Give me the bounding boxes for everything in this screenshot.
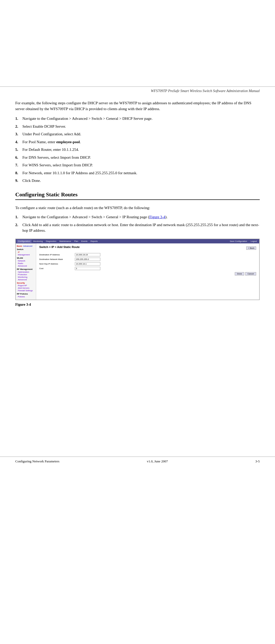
sidebar-advanced2-link[interactable]: Advanced <box>17 279 35 281</box>
cancel-button[interactable]: Cancel <box>245 272 256 275</box>
step-text: Select Enable DCHP Server. <box>22 124 260 129</box>
dhcp-steps-list: 1. Navigate to the Configuration > Advan… <box>15 116 260 184</box>
ui-main-panel: Switch > IP > Add Static Route < Back De… <box>36 243 259 300</box>
sidebar-ip-link[interactable]: IP <box>17 251 35 253</box>
sidebar-wlan-label: WLAN <box>17 257 35 259</box>
list-item: 8. For Network, enter 10.1.1.0 for IP Ad… <box>15 170 260 176</box>
form-row-nexthop: Next Hop IP Address <box>39 262 256 266</box>
list-item: 9. Click Done. <box>15 178 260 184</box>
nav-events[interactable]: Events <box>80 240 89 243</box>
nav-configuration[interactable]: Configuration <box>17 240 32 243</box>
tab-basic[interactable]: Basic <box>17 245 22 247</box>
figure-link[interactable]: Figure 3-4 <box>149 215 165 219</box>
sidebar-advanced-link[interactable]: Advanced <box>17 265 35 267</box>
step-number: 1. <box>15 116 22 122</box>
save-configuration-btn[interactable]: Save Configuration <box>228 240 248 243</box>
step-number: 4. <box>15 139 22 145</box>
step-text: Navigate to the Configuration > Advanced… <box>22 116 260 122</box>
step-number: 9. <box>15 178 22 184</box>
list-item: 1. Navigate to the Configuration > Advan… <box>15 214 260 220</box>
cost-input[interactable] <box>75 267 100 270</box>
step-text: For Default Router, enter 10.1.1.254. <box>22 147 260 153</box>
intro-paragraph: For example, the following steps configu… <box>15 100 260 112</box>
form-row-dest-mask: Destination Network Mask <box>39 258 256 261</box>
nav-maintenance[interactable]: Maintenance <box>58 240 72 243</box>
sidebar-monitoring-link[interactable]: Monitoring <box>17 276 35 278</box>
nexthop-input[interactable] <box>75 262 100 266</box>
nexthop-label: Next Hop IP Address <box>39 263 75 265</box>
header-title: WFS709TP ProSafe Smart Wireless Switch S… <box>151 89 260 93</box>
sidebar-firewall-settings-link[interactable]: Firewall Settings <box>17 289 35 292</box>
nav-monitoring[interactable]: Monitoring <box>32 240 44 243</box>
ui-nav-bar: Configuration Monitoring Diagnostics Mai… <box>16 239 259 243</box>
footer-right: 3-5 <box>255 459 260 463</box>
list-item: 6. For DNS Servers, select Import from D… <box>15 155 260 160</box>
main-content: For example, the following steps configu… <box>0 95 275 457</box>
page-footer: Configuring Network Parameters v1.0, Jun… <box>0 457 275 466</box>
sidebar-network-link[interactable]: Network <box>17 260 35 262</box>
step-number: 5. <box>15 147 22 153</box>
step-text: Under Pool Configuration, select Add. <box>22 131 260 137</box>
section-heading: Configuring Static Routes <box>15 191 260 200</box>
step-number: 8. <box>15 170 22 176</box>
sidebar-management-link[interactable]: Management <box>17 254 35 256</box>
cost-label: Cost <box>39 267 75 270</box>
step-text: Navigate to the Configuration > Advanced… <box>22 214 260 220</box>
dest-ip-label: Destination IP Address <box>39 254 75 256</box>
list-item: 4. For Pool Name, enter employee-pool. <box>15 139 260 145</box>
figure-container: Configuration Monitoring Diagnostics Mai… <box>15 239 260 300</box>
sidebar-rf-label: RF Management <box>17 268 35 270</box>
step-text: For DNS Servers, select Import from DHCP… <box>22 155 260 160</box>
step-number: 2. <box>15 124 22 129</box>
top-blank-space <box>0 0 275 86</box>
sidebar-rogue-ap-link[interactable]: Rogue AP <box>17 284 35 287</box>
tab-advanced[interactable]: Advanced <box>23 245 32 247</box>
footer-left: Configuring Network Parameters <box>15 459 59 463</box>
step-number: 7. <box>15 162 22 168</box>
footer-center: v1.0, June 2007 <box>59 459 255 463</box>
done-button[interactable]: Done <box>235 272 244 275</box>
list-item: 7. For WINS Servers, select Import from … <box>15 162 260 168</box>
ui-page-title: Switch > IP > Add Static Route <box>39 245 80 248</box>
list-item: 5. For Default Router, enter 10.1.1.254. <box>15 147 260 153</box>
form-row-cost: Cost <box>39 267 256 270</box>
dest-ip-input[interactable] <box>75 253 100 256</box>
form-buttons-row: Done Cancel <box>39 272 256 275</box>
sidebar-protection-link[interactable]: Protection <box>17 273 35 276</box>
sidebar-aaa-servers-link[interactable]: AAA Servers <box>17 287 35 289</box>
ui-screenshot: Configuration Monitoring Diagnostics Mai… <box>16 239 259 300</box>
back-button[interactable]: < Back <box>246 246 256 250</box>
list-item: 2. Select Enable DCHP Server. <box>15 124 260 129</box>
ui-content-area: Basic Advanced Switch IP Management WLAN… <box>16 243 259 300</box>
logout-btn[interactable]: Logout <box>250 240 258 243</box>
step-number: 6. <box>15 155 22 160</box>
step-text: For WINS Servers, select Import from DHC… <box>22 162 260 168</box>
static-steps-list: 1. Navigate to the Configuration > Advan… <box>15 214 260 233</box>
page-header: WFS709TP ProSafe Smart Wireless Switch S… <box>0 86 275 95</box>
step-text: Click Add to add a static route to a des… <box>22 222 260 233</box>
dest-mask-input[interactable] <box>75 258 100 261</box>
sidebar-switch-label: Switch <box>17 248 35 251</box>
list-item: 1. Navigate to the Configuration > Advan… <box>15 116 260 122</box>
sidebar-security-label: Security <box>17 282 35 284</box>
step-text: Click Done. <box>22 178 260 184</box>
sidebar-radio-link[interactable]: Radio <box>17 262 35 265</box>
nav-right-items: Save Configuration Logout <box>228 240 258 243</box>
sidebar-policies-link[interactable]: Policies <box>17 296 35 298</box>
step-number: 1. <box>15 214 22 220</box>
form-row-dest-ip: Destination IP Address <box>39 253 256 256</box>
figure-caption: Figure 3-4 <box>15 303 260 307</box>
sidebar-optimization-link[interactable]: Optimization <box>17 271 35 273</box>
page-wrapper: WFS709TP ProSafe Smart Wireless Switch S… <box>0 0 275 644</box>
step-number: 2. <box>15 222 22 228</box>
section-intro: To configure a static route (such as a d… <box>15 205 260 211</box>
nav-plan[interactable]: Plan <box>73 240 79 243</box>
list-item: 2. Click Add to add a static route to a … <box>15 222 260 233</box>
nav-reports[interactable]: Reports <box>89 240 99 243</box>
step-text: For Pool Name, enter employee-pool. <box>22 139 260 145</box>
dest-mask-label: Destination Network Mask <box>39 258 75 260</box>
bold-pool-name: employee-pool <box>56 140 80 144</box>
nav-diagnostics[interactable]: Diagnostics <box>45 240 58 243</box>
list-item: 3. Under Pool Configuration, select Add. <box>15 131 260 137</box>
step-text: For Network, enter 10.1.1.0 for IP Addre… <box>22 170 260 176</box>
